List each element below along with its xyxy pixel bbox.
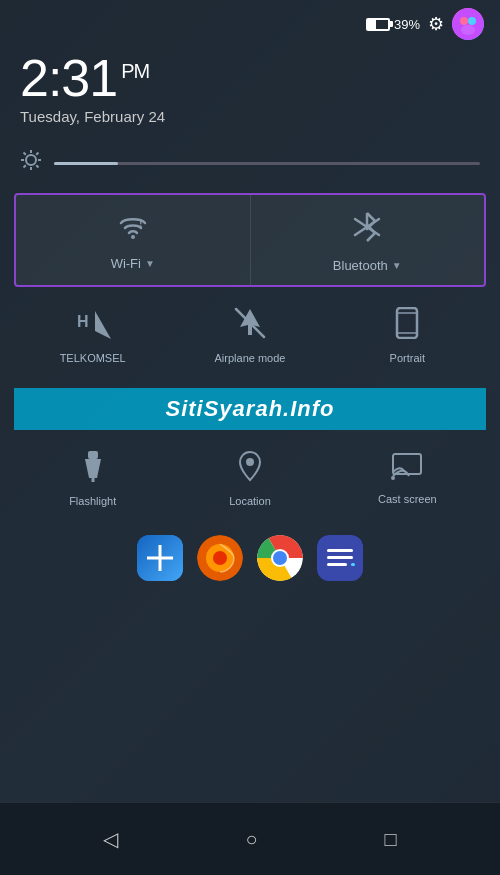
portrait-label: Portrait [390, 352, 425, 364]
svg-point-0 [452, 8, 484, 40]
sitisyarah-banner: SitiSyarah.Info [14, 388, 486, 430]
portrait-icon [393, 307, 421, 346]
svg-text:!: ! [139, 217, 143, 229]
tiles-row3: Flashlight Location Cast s [0, 438, 500, 519]
date-display: Tuesday, February 24 [20, 108, 480, 125]
svg-rect-37 [327, 549, 353, 552]
brightness-icon[interactable] [20, 149, 42, 177]
app-icon-blue[interactable] [137, 535, 183, 581]
svg-text:H: H [77, 313, 89, 330]
brightness-slider[interactable] [54, 162, 480, 165]
svg-point-4 [26, 155, 36, 165]
mobile-icon: H [75, 307, 111, 346]
nav-back-button[interactable]: ◁ [95, 819, 126, 859]
svg-point-28 [391, 476, 395, 480]
nav-recent-button[interactable]: □ [376, 820, 404, 859]
app-icon-firefox[interactable] [197, 535, 243, 581]
avatar[interactable] [452, 8, 484, 40]
quick-tiles-section: ! Wi-Fi ▼ [0, 193, 500, 384]
location-icon [236, 450, 264, 489]
flashlight-icon [79, 450, 107, 489]
bluetooth-icon [353, 211, 381, 250]
svg-line-9 [24, 153, 26, 155]
brightness-row [0, 141, 500, 193]
svg-marker-24 [85, 459, 101, 478]
svg-marker-18 [95, 311, 111, 339]
svg-point-13 [131, 235, 135, 239]
nav-bar: ◁ ○ □ [0, 802, 500, 875]
nav-home-button[interactable]: ○ [237, 820, 265, 859]
ampm-value: PM [121, 60, 149, 82]
time-display: 2:31PM [20, 52, 480, 104]
tile-bluetooth[interactable]: Bluetooth ▼ [250, 195, 485, 285]
svg-line-10 [36, 165, 38, 167]
svg-point-26 [246, 458, 254, 466]
battery-icon [366, 18, 390, 31]
app-icon-chrome[interactable] [257, 535, 303, 581]
svg-rect-39 [327, 563, 347, 566]
castscreen-label: Cast screen [378, 493, 437, 505]
bluetooth-chevron: ▼ [392, 260, 402, 271]
tile-mobile[interactable]: H TELKOMSEL [14, 295, 171, 376]
svg-rect-27 [393, 454, 421, 474]
bluetooth-label: Bluetooth [333, 258, 388, 273]
svg-point-32 [213, 551, 227, 565]
mobile-label: TELKOMSEL [60, 352, 126, 364]
svg-rect-40 [351, 563, 355, 566]
brightness-slider-fill [54, 162, 118, 165]
app-icons-row [0, 527, 500, 589]
wifi-chevron: ▼ [145, 258, 155, 269]
tiles-row2: H TELKOMSEL Airplane mode [14, 295, 486, 376]
tile-portrait[interactable]: Portrait [329, 295, 486, 376]
settings-icon[interactable]: ⚙ [428, 13, 444, 35]
cast-icon [391, 452, 423, 487]
svg-rect-23 [88, 451, 98, 459]
svg-point-1 [460, 17, 468, 25]
wifi-icon-wrapper: ! [117, 213, 149, 248]
location-label: Location [229, 495, 271, 507]
tile-flashlight[interactable]: Flashlight [14, 438, 171, 519]
svg-rect-38 [327, 556, 353, 559]
svg-point-2 [468, 17, 476, 25]
svg-point-35 [273, 551, 287, 565]
flashlight-label: Flashlight [69, 495, 116, 507]
battery-indicator: 39% [366, 17, 420, 32]
svg-point-3 [461, 25, 475, 35]
airplane-icon [234, 307, 266, 346]
airplane-label: Airplane mode [215, 352, 286, 364]
banner-text: SitiSyarah.Info [165, 396, 334, 421]
wifi-label-row: Wi-Fi ▼ [111, 256, 155, 271]
app-icon-list[interactable] [317, 535, 363, 581]
time-value: 2:31 [20, 49, 117, 107]
time-section: 2:31PM Tuesday, February 24 [0, 44, 500, 141]
tile-wifi[interactable]: ! Wi-Fi ▼ [16, 195, 250, 285]
tile-location[interactable]: Location [171, 438, 328, 519]
svg-line-12 [24, 165, 26, 167]
svg-line-11 [36, 153, 38, 155]
tiles-highlighted-row: ! Wi-Fi ▼ [14, 193, 486, 287]
tile-airplane[interactable]: Airplane mode [171, 295, 328, 376]
battery-fill [368, 20, 376, 29]
battery-percent: 39% [394, 17, 420, 32]
tile-castscreen[interactable]: Cast screen [329, 438, 486, 519]
status-bar: 39% ⚙ [0, 0, 500, 44]
bluetooth-label-row: Bluetooth ▼ [333, 258, 402, 273]
wifi-label: Wi-Fi [111, 256, 141, 271]
